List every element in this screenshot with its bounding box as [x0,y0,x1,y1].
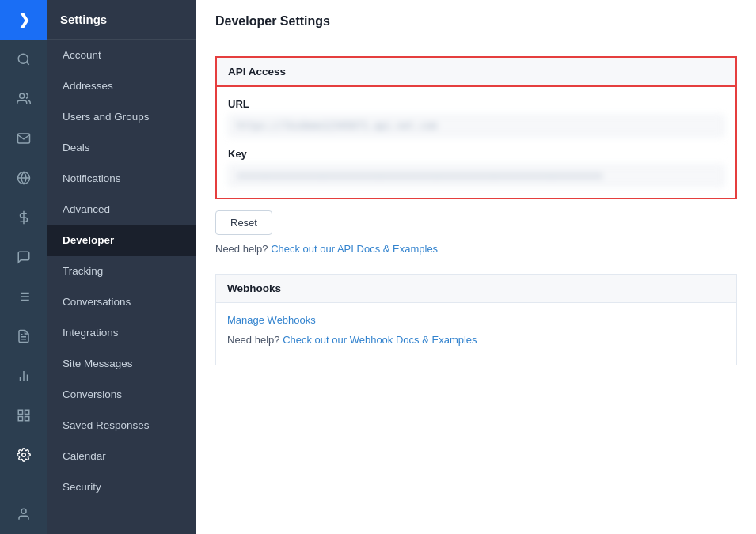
sidebar-icon-report[interactable] [0,316,47,356]
main-content: Developer Settings API Access URL https:… [196,0,756,534]
key-value: xxxxxxxxxxxxxxxxxxxxxxxxxxxxxxxxxxxxxxxx… [228,165,724,187]
nav-item-account[interactable]: Account [47,40,196,70]
nav-item-saved-responses[interactable]: Saved Responses [47,410,196,441]
sidebar-icon-layers[interactable] [0,396,47,435]
svg-point-22 [21,509,26,513]
main-header: Developer Settings [196,0,756,40]
webhooks-body: Manage Webhooks Need help? Check out our… [215,302,737,365]
nav-item-conversions[interactable]: Conversions [47,379,196,410]
sidebar-icon-search[interactable] [0,40,47,79]
nav-item-integrations[interactable]: Integrations [47,317,196,348]
nav-item-addresses[interactable]: Addresses [47,70,196,101]
api-docs-link[interactable]: Check out our API Docs & Examples [271,243,438,255]
sidebar-icon-globe[interactable] [0,158,47,198]
svg-point-2 [20,93,25,98]
sidebar-icon-chart[interactable] [0,356,47,396]
logo-arrow-icon: ❯ [18,11,30,28]
key-field-group: Key xxxxxxxxxxxxxxxxxxxxxxxxxxxxxxxxxxxx… [228,148,724,187]
svg-rect-18 [25,410,29,414]
nav-item-developer[interactable]: Developer [47,225,196,256]
nav-sidebar-title: Settings [47,0,196,40]
svg-point-0 [18,54,28,63]
nav-item-tracking[interactable]: Tracking [47,256,196,286]
key-label: Key [228,148,724,160]
sidebar-icon-mail[interactable] [0,119,47,158]
sidebar-icon-list[interactable] [0,277,47,316]
nav-item-calendar[interactable]: Calendar [47,441,196,472]
reset-button[interactable]: Reset [215,210,272,235]
sidebar-icon-user[interactable] [0,494,47,534]
sidebar-icon-chat[interactable] [0,237,47,277]
webhooks-help-text: Need help? Check out our Webhook Docs & … [227,334,725,346]
url-field-group: URL https://lksdemo12345671.api.net.com [228,98,724,137]
page-title: Developer Settings [215,14,737,28]
nav-sidebar: Settings Account Addresses Users and Gro… [47,0,196,534]
nav-item-security[interactable]: Security [47,472,196,502]
svg-line-1 [26,62,28,64]
svg-rect-19 [25,417,29,421]
api-help-text: Need help? Check out our API Docs & Exam… [215,243,737,255]
webhooks-section: Webhooks Manage Webhooks Need help? Chec… [215,274,737,365]
sidebar-icon-contacts[interactable] [0,79,47,119]
main-body: API Access URL https://lksdemo12345671.a… [196,40,756,534]
sidebar-icon-settings[interactable] [0,435,47,475]
nav-item-conversations[interactable]: Conversations [47,286,196,317]
nav-item-advanced[interactable]: Advanced [47,194,196,225]
webhooks-header: Webhooks [215,274,737,302]
nav-item-users-and-groups[interactable]: Users and Groups [47,101,196,132]
manage-webhooks-link[interactable]: Manage Webhooks [227,314,725,326]
icon-sidebar: ❯ [0,0,47,534]
url-label: URL [228,98,724,110]
api-access-section: API Access URL https://lksdemo12345671.a… [215,56,737,255]
nav-item-notifications[interactable]: Notifications [47,163,196,194]
svg-point-21 [22,453,26,457]
svg-rect-17 [18,410,22,414]
nav-item-site-messages[interactable]: Site Messages [47,348,196,379]
svg-rect-20 [18,417,22,421]
sidebar-icon-dollar[interactable] [0,198,47,237]
api-access-header: API Access [215,56,737,85]
nav-item-deals[interactable]: Deals [47,132,196,163]
api-access-body: URL https://lksdemo12345671.api.net.com … [215,85,737,199]
webhook-docs-link[interactable]: Check out our Webhook Docs & Examples [283,334,477,346]
url-value: https://lksdemo12345671.api.net.com [228,115,724,137]
logo-area: ❯ [0,0,47,40]
